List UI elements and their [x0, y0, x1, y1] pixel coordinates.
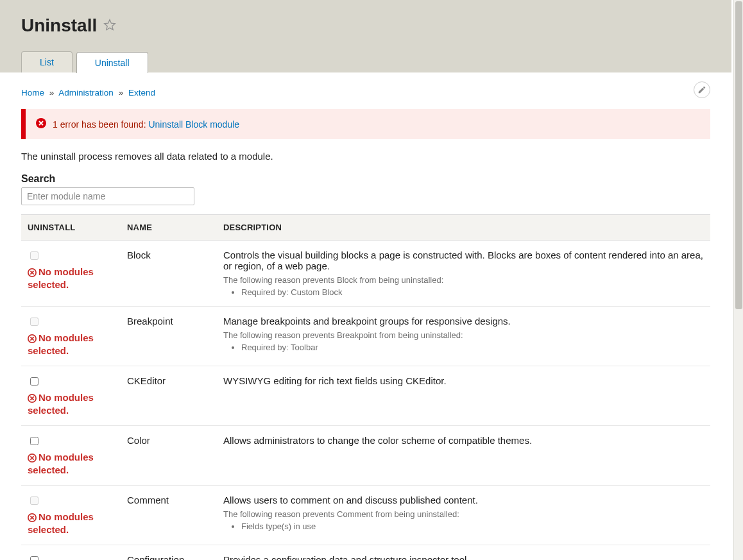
page-title: Uninstall: [21, 15, 97, 36]
no-modules-selected: No modules selected.: [28, 391, 114, 416]
close-circle-icon: [28, 454, 37, 462]
uninstall-checkbox: [30, 496, 38, 505]
table-row: No modules selected.ColorAllows administ…: [21, 426, 710, 486]
reason-item: Required by: Toolbar: [241, 343, 704, 352]
uninstall-checkbox: [30, 251, 38, 260]
table-row: No modules selected.BreakpointManage bre…: [21, 307, 710, 366]
header-region: Uninstall List Uninstall: [0, 0, 731, 72]
no-modules-selected: No modules selected.: [28, 266, 114, 291]
no-modules-selected: No modules selected.: [28, 511, 114, 536]
reason-list: Required by: Custom Block: [223, 287, 704, 297]
breadcrumb: Home » Administration » Extend: [21, 88, 710, 98]
close-circle-icon: [28, 513, 37, 522]
reason-list: Fields type(s) in use: [223, 522, 704, 531]
module-name: Block: [121, 241, 217, 307]
tab-uninstall[interactable]: Uninstall: [76, 52, 148, 73]
module-description-cell: WYSIWYG editing for rich text fields usi…: [217, 366, 710, 426]
module-name: CKEditor: [121, 366, 217, 426]
table-row: No modules selected.BlockControls the vi…: [21, 241, 710, 307]
reason-list: Required by: Toolbar: [223, 343, 704, 352]
reason-item: Fields type(s) in use: [241, 522, 704, 531]
module-name: Breakpoint: [121, 307, 217, 366]
breadcrumb-sep: »: [116, 88, 126, 98]
module-name: Color: [121, 426, 217, 486]
svg-marker-0: [105, 19, 115, 30]
no-modules-selected: No modules selected.: [28, 451, 114, 476]
scrollbar-thumb[interactable]: [735, 1, 742, 309]
th-uninstall: UNINSTALL: [21, 215, 121, 241]
module-description-cell: Controls the visual building blocks a pa…: [217, 241, 710, 307]
module-description: Manage breakpoints and breakpoint groups…: [223, 316, 704, 327]
tab-list[interactable]: List: [21, 51, 73, 72]
uninstall-checkbox[interactable]: [30, 556, 38, 560]
intro-text: The uninstall process removes all data r…: [21, 151, 710, 162]
no-modules-selected: No modules selected.: [28, 332, 114, 357]
module-name: Configuration inspector: [121, 545, 217, 561]
th-description: DESCRIPTION: [217, 215, 710, 241]
module-description-cell: Allows administrators to change the colo…: [217, 426, 710, 486]
error-message: 1 error has been found: Uninstall Block …: [21, 109, 710, 139]
table-row: No modules selected.CKEditorWYSIWYG edit…: [21, 366, 710, 426]
close-circle-icon: [28, 394, 37, 403]
reason-item: Required by: Custom Block: [241, 287, 704, 297]
uninstall-checkbox: [30, 318, 38, 326]
module-description: Controls the visual building blocks a pa…: [223, 250, 704, 271]
close-circle-icon: [28, 334, 37, 343]
module-description-cell: Provides a configuration data and struct…: [217, 545, 710, 561]
error-link[interactable]: Uninstall Block module: [148, 119, 239, 130]
module-description: WYSIWYG editing for rich text fields usi…: [223, 375, 704, 386]
uninstall-checkbox[interactable]: [30, 377, 38, 386]
module-description: Provides a configuration data and struct…: [223, 554, 704, 560]
module-description: Allows administrators to change the colo…: [223, 435, 704, 446]
breadcrumb-administration[interactable]: Administration: [58, 88, 114, 98]
search-input[interactable]: [21, 187, 194, 205]
breadcrumb-sep: »: [47, 88, 57, 98]
modules-table: UNINSTALL NAME DESCRIPTION No modules se…: [21, 214, 710, 560]
error-prefix: 1 error has been found:: [53, 119, 146, 130]
module-name: Comment: [121, 486, 217, 545]
content: Home » Administration » Extend 1 error h…: [0, 72, 731, 560]
module-description: Allows users to comment on and discuss p…: [223, 495, 704, 505]
th-name: NAME: [121, 215, 217, 241]
reason-prefix: The following reason prevents Comment fr…: [223, 509, 704, 519]
search-label: Search: [21, 173, 710, 185]
star-icon[interactable]: [103, 19, 116, 33]
scrollbar[interactable]: [733, 0, 743, 560]
table-row: No modules selected.CommentAllows users …: [21, 486, 710, 545]
breadcrumb-extend[interactable]: Extend: [128, 88, 155, 98]
error-icon: [36, 118, 46, 130]
close-circle-icon: [28, 268, 37, 277]
module-description-cell: Manage breakpoints and breakpoint groups…: [217, 307, 710, 366]
breadcrumb-home[interactable]: Home: [21, 88, 44, 98]
table-row: No modules selected.Configuration inspec…: [21, 545, 710, 561]
reason-prefix: The following reason prevents Block from…: [223, 275, 704, 285]
module-description-cell: Allows users to comment on and discuss p…: [217, 486, 710, 545]
tabs: List Uninstall: [21, 51, 731, 72]
reason-prefix: The following reason prevents Breakpoint…: [223, 330, 704, 340]
edit-icon[interactable]: [694, 81, 710, 98]
uninstall-checkbox[interactable]: [30, 437, 38, 445]
